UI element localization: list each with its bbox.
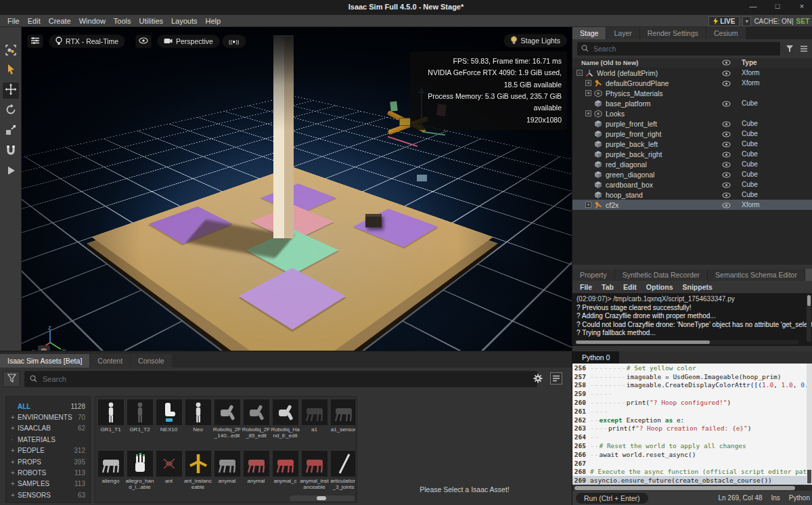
tab-cesium[interactable]: Cesium xyxy=(706,27,746,39)
asset-anymal-instanceable[interactable]: anymal_instanceable xyxy=(300,451,329,490)
code-line[interactable]: 265--# Reset the world to apply all chan… xyxy=(572,441,812,450)
viewport-settings-button[interactable] xyxy=(27,35,43,48)
tab-synthetic-data-recorder[interactable]: Synthetic Data Recorder xyxy=(615,269,707,281)
menu-create[interactable]: Create xyxy=(45,16,74,26)
play-button[interactable] xyxy=(3,164,19,180)
tab-layer[interactable]: Layer xyxy=(606,27,639,39)
asset-robotiq-2f-140-edit[interactable]: Robotiq_2F_140...edit xyxy=(212,399,242,439)
assets-search-input[interactable] xyxy=(41,374,532,384)
close-button[interactable]: × xyxy=(797,2,807,10)
code-line[interactable]: 269asyncio.ensure_future(create_obstacle… xyxy=(572,476,812,485)
tab-content[interactable]: Content xyxy=(90,354,130,368)
renderer-selector[interactable]: RTX - Real-Time xyxy=(49,35,125,48)
stage-search[interactable] xyxy=(577,42,780,56)
script-console[interactable]: (02:09:07)> /tmp/carb.1qxnqX/script_1754… xyxy=(572,293,812,346)
asset-grid-hscrollbar[interactable] xyxy=(290,496,355,501)
code-line[interactable]: 264-- xyxy=(572,433,812,441)
stage-lights-button[interactable]: Stage Lights xyxy=(503,34,567,47)
asset-articulation-3-joints[interactable]: articulation_3_joints xyxy=(329,451,356,490)
stage-row-base-platform[interactable]: base_platformCube xyxy=(572,98,812,108)
code-line[interactable]: 257--------imageable = UsdGeom.Imageable… xyxy=(572,372,812,381)
category-all[interactable]: ALL1128 xyxy=(6,401,90,412)
visibility-eye-icon[interactable] xyxy=(722,120,731,129)
visibility-eye-icon[interactable] xyxy=(722,202,731,210)
code-hscrollbar[interactable] xyxy=(572,485,812,491)
visibility-eye-icon[interactable] xyxy=(722,161,731,169)
stage-row-cf2x[interactable]: +cf2xXform xyxy=(572,200,812,210)
code-line[interactable]: 261---- xyxy=(572,407,812,416)
visibility-button[interactable] xyxy=(135,35,152,48)
code-editor[interactable]: 256--------# Set yellow color257--------… xyxy=(572,364,812,485)
tab-console[interactable]: Console xyxy=(131,354,172,368)
menu-help[interactable]: Help xyxy=(202,16,225,26)
visibility-eye-icon[interactable] xyxy=(722,141,731,149)
live-dropdown-button[interactable]: ▾ xyxy=(742,16,751,26)
tab-property[interactable]: Property xyxy=(572,269,614,281)
stage-row-looks[interactable]: +Looks xyxy=(572,108,812,118)
code-line[interactable]: 260--------print("? Hoop configured!") xyxy=(572,398,812,407)
category-materials[interactable]: ·MATERIALS xyxy=(6,434,90,445)
expand-icon[interactable]: + xyxy=(585,202,591,208)
asset-a1[interactable]: a1 xyxy=(300,399,329,433)
asset-anymal[interactable]: anymal xyxy=(212,451,242,484)
stage-row-defaultgroundplane[interactable]: +defaultGroundPlaneXform xyxy=(572,78,812,88)
asset-ant-instanceable[interactable]: ant_instanceable xyxy=(183,451,212,490)
code-line[interactable]: 262--except Exception as e: xyxy=(572,416,812,424)
maximize-button[interactable]: □ xyxy=(773,2,782,10)
console-hscrollbar[interactable] xyxy=(575,340,798,345)
tab-render-settings[interactable]: Render Settings xyxy=(640,27,706,39)
stage-row-physics-materials[interactable]: +Physics_Materials xyxy=(572,88,812,98)
code-line[interactable]: 256--------# Set yellow color xyxy=(572,364,812,372)
select-tool-button[interactable] xyxy=(3,62,19,79)
stage-row-purple-back-right[interactable]: purple_back_rightCube xyxy=(572,149,812,159)
name-column-header[interactable]: Name (Old to New) xyxy=(581,59,638,66)
collapse-icon[interactable]: - xyxy=(577,70,583,76)
menu-file[interactable]: File xyxy=(4,16,23,26)
category-props[interactable]: +PROPS395 xyxy=(6,456,90,467)
asset-gr1-t2[interactable]: GR1_T2 xyxy=(125,399,154,433)
expand-icon[interactable]: + xyxy=(585,90,591,96)
stage-row-purple-front-right[interactable]: purple_front_rightCube xyxy=(572,129,812,139)
visibility-eye-icon[interactable] xyxy=(722,80,731,88)
menu-tools[interactable]: Tools xyxy=(110,16,135,26)
visibility-eye-icon[interactable] xyxy=(722,70,731,78)
code-vscrollbar[interactable] xyxy=(807,364,812,485)
editor-menu-options[interactable]: Options xyxy=(643,283,677,291)
category-people[interactable]: +PEOPLE312 xyxy=(6,445,90,456)
selection-mode-button[interactable] xyxy=(3,43,19,60)
code-line[interactable]: 266--await world.reset_async() xyxy=(572,450,812,459)
asset-robotiq-hand-e-edit[interactable]: Robotiq_Hand_E_edit xyxy=(271,399,300,439)
editor-menu-edit[interactable]: Edit xyxy=(620,283,640,291)
units-badge[interactable]: m xyxy=(38,345,50,351)
camera-selector[interactable]: Perspective xyxy=(157,35,220,48)
visibility-eye-icon[interactable] xyxy=(722,192,731,200)
stage-row-red-diagonal[interactable]: red_diagonalCube xyxy=(572,159,812,169)
code-line[interactable]: 258--------imageable.CreateDisplayColorA… xyxy=(572,381,812,390)
type-column-header[interactable]: Type xyxy=(742,59,757,66)
tab-isaac-sim-assets-beta[interactable]: Isaac Sim Assets [Beta] xyxy=(0,354,89,368)
visibility-eye-icon[interactable] xyxy=(722,151,731,159)
category-isaaclab[interactable]: +ISAACLAB62 xyxy=(6,423,90,434)
stage-search-input[interactable] xyxy=(592,44,776,53)
asset-nex10[interactable]: NEX10 xyxy=(154,399,183,433)
asset-allegro-hand-i-able[interactable]: allegro_hand_i...able xyxy=(125,451,154,490)
live-button[interactable]: LIVE xyxy=(708,16,740,26)
asset-a1-sensor[interactable]: a1_sensor xyxy=(329,399,356,433)
snap-tool-button[interactable] xyxy=(3,144,19,160)
rotate-tool-button[interactable] xyxy=(3,103,19,119)
stage-row-purple-back-left[interactable]: purple_back_leftCube xyxy=(572,139,812,149)
category-sensors[interactable]: +SENSORS63 xyxy=(6,489,90,500)
tab-stage[interactable]: Stage xyxy=(572,27,606,39)
visibility-eye-icon[interactable] xyxy=(722,181,731,190)
expand-icon[interactable]: + xyxy=(585,80,591,86)
move-tool-button[interactable] xyxy=(3,83,19,99)
asset-robotiq-2f-85-edit[interactable]: Robotiq_2F_85_edit xyxy=(242,399,271,439)
code-line[interactable]: 263----print(f"? Hoop creation failed: {… xyxy=(572,424,812,433)
editor-menu-file[interactable]: File xyxy=(577,283,595,291)
asset-aliengo[interactable]: aliengo xyxy=(96,451,125,484)
category-samples[interactable]: +SAMPLES113 xyxy=(6,479,90,489)
visibility-eye-icon[interactable] xyxy=(722,100,731,108)
menu-layouts[interactable]: Layouts xyxy=(168,16,201,26)
editor-menu-tab[interactable]: Tab xyxy=(598,283,617,291)
code-line[interactable]: 267 xyxy=(572,459,812,468)
